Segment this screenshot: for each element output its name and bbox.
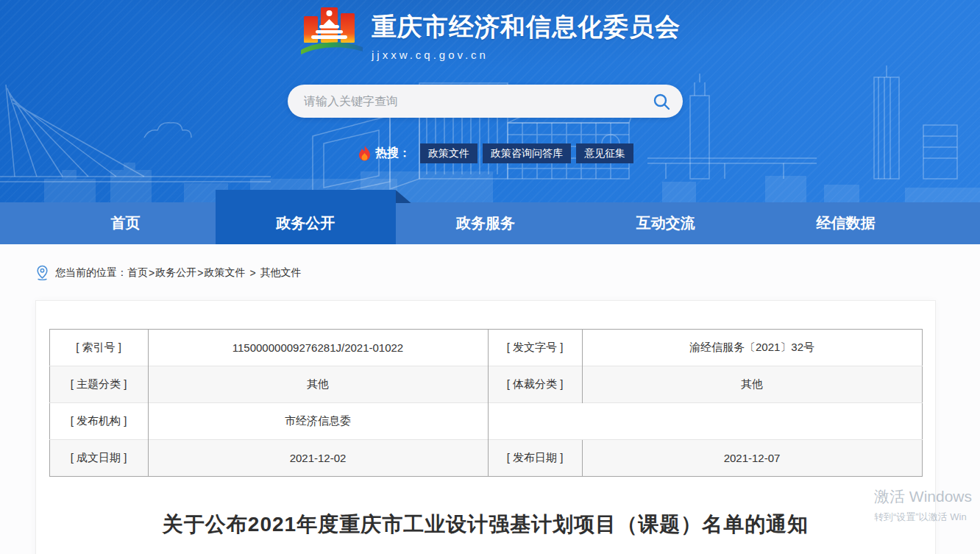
nav-item-label: 政务公开 (276, 215, 335, 231)
meta-label-index-no: [ 索引号 ] (49, 330, 148, 366)
crumb-policy-files[interactable]: 政策文件 (204, 266, 245, 280)
nav-item-home[interactable]: 首页 (35, 202, 216, 244)
nav-item-gov-service[interactable]: 政务服务 (396, 202, 576, 244)
flame-icon (358, 146, 371, 161)
crumb-separator: > (249, 267, 255, 279)
meta-label-genre-class: [ 体裁分类 ] (488, 366, 582, 403)
meta-row-dates: [ 成文日期 ] 2021-12-02 [ 发布日期 ] 2021-12-07 (49, 440, 922, 477)
meta-empty-cell (488, 403, 582, 440)
meta-label-topic-class: [ 主题分类 ] (49, 366, 148, 403)
hot-search-row: 热搜： 政策文件 政策咨询问答库 意见征集 (358, 143, 633, 163)
site-url: jjxxw.cq.gov.cn (372, 49, 681, 61)
meta-value-written-date: 2021-12-02 (148, 440, 488, 477)
meta-value-pub-org: 市经济信息委 (148, 403, 488, 440)
nav-item-interaction[interactable]: 互动交流 (575, 202, 756, 244)
banner-cityscape (0, 55, 980, 202)
meta-value-index-no: 11500000009276281J/2021-01022 (148, 330, 488, 366)
nav-item-econ-data[interactable]: 经信数据 (756, 202, 936, 244)
meta-label-publish-date: [ 发布日期 ] (488, 440, 582, 477)
crumb-home[interactable]: 首页 (127, 266, 148, 280)
breadcrumb: 您当前的位置： 首页 > 政务公开 > 政策文件 > 其他文件 (35, 265, 302, 280)
search-bar (288, 85, 683, 118)
meta-value-publish-date: 2021-12-07 (582, 440, 922, 477)
doc-meta-table: [ 索引号 ] 11500000009276281J/2021-01022 [ … (49, 329, 923, 477)
crumb-separator: > (149, 267, 155, 279)
hot-tag-policy-files[interactable]: 政策文件 (420, 143, 477, 163)
nav-item-gov-open[interactable]: 政务公开 (216, 190, 396, 244)
meta-label-pub-org: [ 发布机构 ] (49, 403, 148, 440)
search-icon (652, 92, 671, 111)
article-title: 关于公布2021年度重庆市工业设计强基计划项目（课题）名单的通知 (36, 511, 935, 539)
site-banner: 重庆市经济和信息化委员会 jjxxw.cq.gov.cn 热搜： 政策文件 政策… (0, 0, 980, 202)
meta-value-doc-no: 渝经信服务〔2021〕32号 (582, 330, 922, 366)
main-nav: 首页 政务公开 政务服务 互动交流 经信数据 (0, 202, 980, 244)
crumb-gov-open[interactable]: 政务公开 (155, 266, 196, 280)
site-brand: 重庆市经济和信息化委员会 jjxxw.cq.gov.cn (0, 4, 980, 61)
meta-label-doc-no: [ 发文字号 ] (488, 330, 582, 366)
crumb-separator: > (197, 267, 203, 279)
location-pin-icon (35, 265, 49, 280)
meta-label-written-date: [ 成文日期 ] (49, 440, 148, 477)
meta-value-topic-class: 其他 (148, 366, 488, 403)
site-logo-icon (299, 4, 364, 57)
meta-row-category: [ 主题分类 ] 其他 [ 体裁分类 ] 其他 (49, 366, 922, 403)
meta-empty-cell (582, 403, 922, 440)
content-card: [ 索引号 ] 11500000009276281J/2021-01022 [ … (35, 300, 936, 554)
site-title: 重庆市经济和信息化委员会 (372, 10, 681, 44)
hot-search-label: 热搜： (375, 146, 411, 161)
meta-row-publisher: [ 发布机构 ] 市经济信息委 (49, 403, 922, 440)
crumb-other-files[interactable]: 其他文件 (260, 266, 302, 280)
search-button[interactable] (652, 92, 683, 111)
meta-row-index: [ 索引号 ] 11500000009276281J/2021-01022 [ … (49, 330, 922, 366)
breadcrumb-prefix: 您当前的位置： (55, 266, 127, 280)
search-input[interactable] (288, 95, 652, 108)
meta-value-genre-class: 其他 (582, 366, 922, 403)
hot-tag-opinion-collect[interactable]: 意见征集 (576, 143, 633, 163)
hot-tag-policy-qa[interactable]: 政策咨询问答库 (483, 143, 571, 163)
